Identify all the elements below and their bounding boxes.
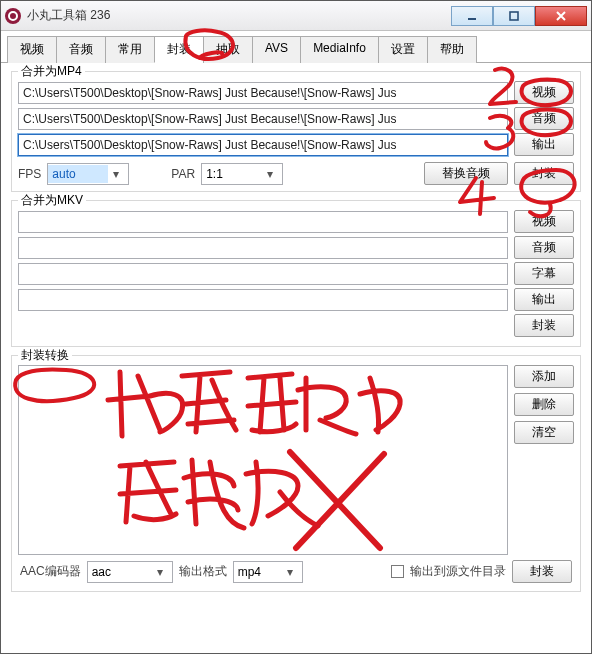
- tab-content: 合并为MP4 C:\Users\T500\Desktop\[Snow-Raws]…: [1, 63, 591, 653]
- tab-mux[interactable]: 封装: [154, 36, 204, 63]
- outdir-label: 输出到源文件目录: [410, 563, 506, 580]
- tab-help[interactable]: 帮助: [427, 36, 477, 63]
- app-window: 小丸工具箱 236 视频 音频 常用 封装 抽取 AVS MediaInfo 设…: [0, 0, 592, 654]
- maximize-button[interactable]: [493, 6, 535, 26]
- replace-audio-button[interactable]: 替换音频: [424, 162, 508, 185]
- mkv-output-path[interactable]: [18, 289, 508, 311]
- convert-clear-button[interactable]: 清空: [514, 421, 574, 444]
- tab-common[interactable]: 常用: [105, 36, 155, 63]
- mkv-sub-button[interactable]: 字幕: [514, 262, 574, 285]
- mp4-output-path[interactable]: C:\Users\T500\Desktop\[Snow-Raws] Just B…: [18, 134, 508, 156]
- fps-value[interactable]: [48, 165, 108, 183]
- aac-label: AAC编码器: [20, 563, 81, 580]
- tab-extract[interactable]: 抽取: [203, 36, 253, 63]
- outfmt-label: 输出格式: [179, 563, 227, 580]
- minimize-button[interactable]: [451, 6, 493, 26]
- convert-del-button[interactable]: 删除: [514, 393, 574, 416]
- chevron-down-icon: ▾: [152, 565, 168, 579]
- fps-label: FPS: [18, 167, 41, 181]
- tab-audio[interactable]: 音频: [56, 36, 106, 63]
- par-combo[interactable]: ▾: [201, 163, 283, 185]
- mp4-output-button[interactable]: 输出: [514, 133, 574, 156]
- mkv-video-button[interactable]: 视频: [514, 210, 574, 233]
- aac-combo[interactable]: ▾: [87, 561, 173, 583]
- tab-mediainfo[interactable]: MediaInfo: [300, 36, 379, 63]
- mp4-video-button[interactable]: 视频: [514, 81, 574, 104]
- chevron-down-icon: ▾: [262, 167, 278, 181]
- aac-value[interactable]: [88, 563, 152, 581]
- mkv-video-path[interactable]: [18, 211, 508, 233]
- tab-bar: 视频 音频 常用 封装 抽取 AVS MediaInfo 设置 帮助: [1, 31, 591, 63]
- tab-video[interactable]: 视频: [7, 36, 57, 63]
- group-convert: 封装转换 添加 删除 清空 AAC编码器 ▾ 输出格式 ▾: [11, 355, 581, 592]
- window-title: 小丸工具箱 236: [27, 7, 451, 24]
- mkv-output-button[interactable]: 输出: [514, 288, 574, 311]
- outdir-checkbox[interactable]: [391, 565, 404, 578]
- convert-file-list[interactable]: [18, 365, 508, 555]
- group-mp4: 合并为MP4 C:\Users\T500\Desktop\[Snow-Raws]…: [11, 71, 581, 192]
- group-mkv-title: 合并为MKV: [18, 192, 86, 209]
- par-label: PAR: [171, 167, 195, 181]
- mkv-audio-path[interactable]: [18, 237, 508, 259]
- mkv-mux-button[interactable]: 封装: [514, 314, 574, 337]
- mp4-mux-button[interactable]: 封装: [514, 162, 574, 185]
- svg-rect-1: [510, 12, 518, 20]
- fps-combo[interactable]: ▾: [47, 163, 129, 185]
- mp4-audio-path[interactable]: C:\Users\T500\Desktop\[Snow-Raws] Just B…: [18, 108, 508, 130]
- group-mkv: 合并为MKV 视频 音频 字幕 输出 封装: [11, 200, 581, 347]
- par-value[interactable]: [202, 165, 262, 183]
- convert-add-button[interactable]: 添加: [514, 365, 574, 388]
- convert-mux-button[interactable]: 封装: [512, 560, 572, 583]
- close-button[interactable]: [535, 6, 587, 26]
- group-convert-title: 封装转换: [18, 347, 72, 364]
- app-logo-icon: [5, 8, 21, 24]
- chevron-down-icon: ▾: [108, 167, 124, 181]
- outfmt-value[interactable]: [234, 563, 282, 581]
- mkv-sub-path[interactable]: [18, 263, 508, 285]
- group-mp4-title: 合并为MP4: [18, 63, 85, 80]
- tab-avs[interactable]: AVS: [252, 36, 301, 63]
- titlebar: 小丸工具箱 236: [1, 1, 591, 31]
- tab-settings[interactable]: 设置: [378, 36, 428, 63]
- mp4-audio-button[interactable]: 音频: [514, 107, 574, 130]
- window-controls: [451, 6, 587, 26]
- mkv-audio-button[interactable]: 音频: [514, 236, 574, 259]
- outfmt-combo[interactable]: ▾: [233, 561, 303, 583]
- mp4-video-path[interactable]: C:\Users\T500\Desktop\[Snow-Raws] Just B…: [18, 82, 508, 104]
- chevron-down-icon: ▾: [282, 565, 298, 579]
